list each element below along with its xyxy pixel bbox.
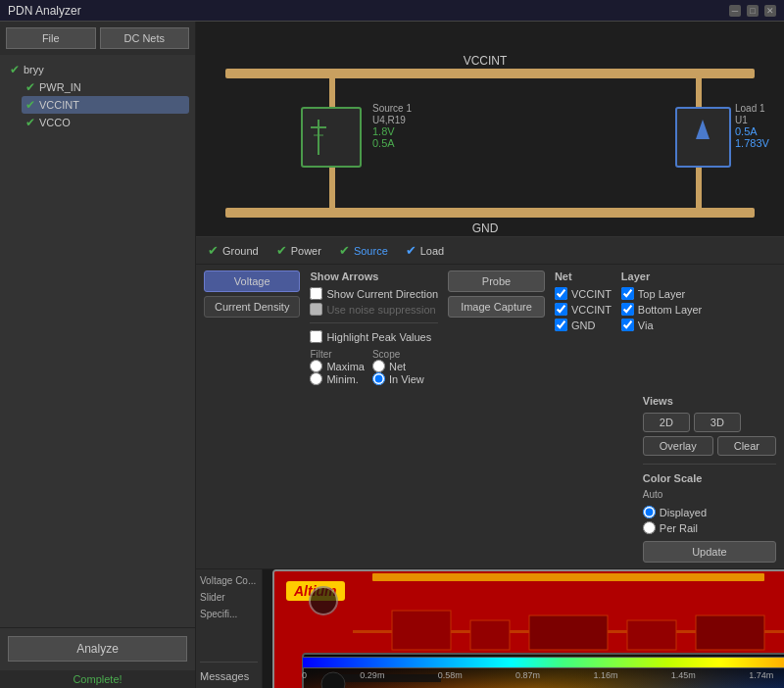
check-load-icon: ✔ xyxy=(406,243,416,258)
scale-3: 0.87m xyxy=(515,670,540,680)
top-layer-checkbox[interactable] xyxy=(621,287,634,300)
tree-item-vccint[interactable]: ✔ VCCINT xyxy=(22,96,189,114)
analyze-section: Analyze xyxy=(0,627,195,669)
tree-item-vcco[interactable]: ✔ VCCO xyxy=(22,114,189,131)
svg-rect-9 xyxy=(470,620,510,650)
tree-label-bryy: bryy xyxy=(24,64,44,75)
minima-radio[interactable] xyxy=(310,372,322,385)
check-icon-vcco: ✔ xyxy=(25,116,35,129)
source-label1: Source 1 xyxy=(372,103,412,114)
net-vccint-checkbox[interactable] xyxy=(555,287,567,300)
maxima-radio[interactable] xyxy=(310,360,322,372)
legend-source-label: Source xyxy=(354,245,388,257)
layer-label: Layer xyxy=(621,270,702,282)
show-current-checkbox[interactable] xyxy=(310,287,322,300)
source-component xyxy=(302,108,361,167)
per-rail-row: Per Rail xyxy=(643,521,776,534)
legend-source: ✔ Source xyxy=(339,243,388,258)
left-panel: File DC Nets ✔ bryy ✔ PWR_IN ✔ VCCINT ✔ … xyxy=(0,22,196,688)
load-label2: U1 xyxy=(735,115,748,125)
check-icon-pwr: ✔ xyxy=(25,80,35,94)
specifi-label: Specifi... xyxy=(200,609,258,619)
pcb-boards: Altium xyxy=(263,569,784,688)
svg-rect-8 xyxy=(392,611,451,650)
source-voltage: 1.8V xyxy=(372,125,395,137)
load-voltage: 1.783V xyxy=(735,137,770,149)
scale-0: 0 xyxy=(302,670,307,680)
voltage-button[interactable]: Voltage xyxy=(204,270,300,292)
main-layout: File DC Nets ✔ bryy ✔ PWR_IN ✔ VCCINT ✔ … xyxy=(0,22,784,688)
scale-labels: 0 0.29m 0.58m 0.87m 1.16m 1.45m 1.74m 2.… xyxy=(302,670,784,680)
app-title: PDN Analyzer xyxy=(8,4,81,18)
check-icon-bryy: ✔ xyxy=(10,63,20,76)
noise-suppression-row: Use noise suppression xyxy=(310,303,438,316)
scale-6: 1.74m xyxy=(749,670,773,680)
legend-power: ✔ Power xyxy=(276,243,321,258)
legend-power-label: Power xyxy=(291,245,321,257)
overlay-button[interactable]: Overlay xyxy=(643,436,713,456)
top-buttons: File DC Nets xyxy=(0,22,195,55)
current-density-button[interactable]: Current Density xyxy=(204,296,300,318)
check-ground-icon: ✔ xyxy=(208,243,219,258)
net-radio[interactable] xyxy=(372,360,385,372)
displayed-radio[interactable] xyxy=(643,506,656,518)
views-row-2: Overlay Clear xyxy=(643,436,776,456)
bottom-layer-checkbox[interactable] xyxy=(621,303,634,316)
schematic-area: VCCINT GND Source 1 U4,R19 xyxy=(196,22,784,237)
maximize-btn[interactable]: □ xyxy=(747,5,759,17)
3d-button[interactable]: 3D xyxy=(694,413,741,432)
legend-ground-label: Ground xyxy=(222,245,259,257)
in-view-row: In View xyxy=(372,372,424,385)
bottom-layer-label: Bottom Layer xyxy=(638,304,702,316)
maxima-label: Maxima xyxy=(326,361,365,372)
tree-item-pwr-in[interactable]: ✔ PWR_IN xyxy=(22,78,189,96)
check-power-icon: ✔ xyxy=(276,243,287,258)
analyze-button[interactable]: Analyze xyxy=(8,636,187,662)
per-rail-radio[interactable] xyxy=(643,521,656,534)
dc-nets-button[interactable]: DC Nets xyxy=(100,27,190,49)
filter-scope-row: Filter Maxima Minim. Scope xyxy=(310,349,438,385)
tree-label-vccint: VCCINT xyxy=(39,99,79,111)
svg-rect-11 xyxy=(627,620,676,650)
in-view-radio[interactable] xyxy=(372,372,385,385)
probe-button[interactable]: Probe xyxy=(448,270,545,292)
bottom-wire xyxy=(225,208,755,218)
minima-row: Minim. xyxy=(310,372,365,385)
tree-label-vcco: VCCO xyxy=(39,117,71,128)
pcb-area: Voltage Co... Slider Specifi... Messages… xyxy=(196,569,784,688)
noise-suppression-label: Use noise suppression xyxy=(326,304,435,316)
net-gnd-row: GND xyxy=(555,319,612,331)
arrows-section: Show Arrows Show Current Direction Use n… xyxy=(310,270,438,385)
svg-point-2 xyxy=(310,587,337,614)
check-source-icon: ✔ xyxy=(339,243,350,258)
net-row: Net xyxy=(372,360,424,372)
net-vccint2-checkbox[interactable] xyxy=(555,303,567,316)
window-controls[interactable]: ─ □ ✕ xyxy=(729,5,776,17)
net-section: Net VCCINT VCCINT GND xyxy=(555,270,612,385)
highlight-peak-checkbox[interactable] xyxy=(310,330,322,343)
close-btn[interactable]: ✕ xyxy=(764,5,776,17)
tree-panel: ✔ bryy ✔ PWR_IN ✔ VCCINT ✔ VCCO xyxy=(0,55,195,627)
source-label2: U4,R19 xyxy=(372,115,406,125)
voltage-control-label: Voltage Co... xyxy=(200,575,258,586)
net-vccint-row: VCCINT xyxy=(555,287,612,300)
scale-1: 0.29m xyxy=(360,670,384,680)
svg-rect-12 xyxy=(696,615,764,650)
views-section: Views 2D 3D Overlay Clear Color Scale Au… xyxy=(643,395,776,563)
minimize-btn[interactable]: ─ xyxy=(729,5,741,17)
update-button[interactable]: Update xyxy=(643,541,776,563)
via-checkbox[interactable] xyxy=(621,319,634,331)
net-gnd-checkbox[interactable] xyxy=(555,319,567,331)
clear-button[interactable]: Clear xyxy=(717,436,776,456)
per-rail-label: Per Rail xyxy=(660,522,698,534)
tree-item-bryy[interactable]: ✔ bryy xyxy=(6,61,189,78)
messages-label: Messages xyxy=(200,662,258,682)
top-layer-row: Top Layer xyxy=(621,287,702,300)
legend-ground: ✔ Ground xyxy=(208,243,259,258)
check-icon-vccint: ✔ xyxy=(25,98,35,112)
image-capture-button[interactable]: Image Capture xyxy=(448,296,545,318)
bottom-wire-label: GND xyxy=(472,221,499,235)
in-view-label: In View xyxy=(389,373,424,385)
file-button[interactable]: File xyxy=(6,27,96,49)
2d-button[interactable]: 2D xyxy=(643,413,690,432)
